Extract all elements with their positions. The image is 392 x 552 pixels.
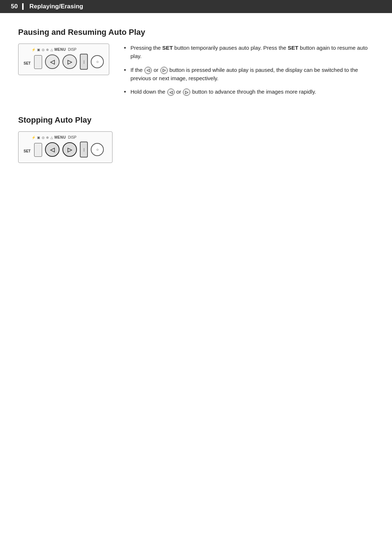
tall-icon: | <box>83 60 85 64</box>
set-button-2[interactable] <box>34 143 42 157</box>
next-inline-btn-2: ▷ <box>183 89 190 96</box>
rec-icon: ▣ <box>37 48 40 52</box>
star-icon: ⊛ <box>46 48 49 52</box>
camera-diagram-pausing: ⚡ ▣ ◎ ⊛ △ MENU DISP SET ◁ ▷ | <box>18 44 109 75</box>
circle-icon-btn-2: ○ <box>96 147 99 152</box>
next-icon-2: ▷ <box>68 146 72 153</box>
menu-label: MENU <box>54 48 66 52</box>
next-button-2[interactable]: ▷ <box>62 142 77 157</box>
prev-inline-btn-2: ◁ <box>167 89 175 96</box>
page-number: 50 <box>11 3 18 10</box>
set-bold-1: SET <box>162 45 173 51</box>
header-divider <box>22 3 24 10</box>
next-inline-btn: ▷ <box>160 67 168 74</box>
prev-inline-btn: ◁ <box>144 67 152 74</box>
menu-label-2: MENU <box>54 135 66 139</box>
bullet-item-3: Hold down the ◁ or ▷ button to advance t… <box>124 87 374 96</box>
cam-buttons-row-2: SET ◁ ▷ | ○ <box>24 142 107 158</box>
prev-icon: ◁ <box>50 58 54 65</box>
header-title: Replaying/Erasing <box>29 3 83 10</box>
set-button[interactable] <box>34 55 42 69</box>
prev-button[interactable]: ◁ <box>45 54 60 69</box>
cam-icons-row-top-2: ⚡ ▣ ◎ ⊛ △ MENU DISP <box>24 135 107 139</box>
tall-button-2[interactable]: | <box>80 142 88 158</box>
circle-icon-btn: ○ <box>96 60 99 64</box>
header-bar: 50 Replaying/Erasing <box>0 0 392 13</box>
tall-icon-2: | <box>83 147 85 152</box>
set-label: SET <box>24 61 30 65</box>
prev-icon-2: ◁ <box>50 146 54 153</box>
cam-buttons-row: SET ◁ ▷ | ○ <box>24 54 104 70</box>
camera-diagram-stopping: ⚡ ▣ ◎ ⊛ △ MENU DISP SET ◁ ▷ | <box>18 131 113 163</box>
bullet-item-1: Pressing the SET button temporarily paus… <box>124 44 374 61</box>
set-label-2: SET <box>24 149 30 153</box>
circle-button-2[interactable]: ○ <box>91 143 104 156</box>
stopping-section: Stopping Auto Play ⚡ ▣ ◎ ⊛ △ MENU DISP S… <box>18 115 374 163</box>
next-icon: ▷ <box>68 58 72 65</box>
tri-icon: △ <box>50 48 53 52</box>
circle-button[interactable]: ○ <box>91 55 104 68</box>
circle-icon: ◎ <box>42 48 45 52</box>
next-button[interactable]: ▷ <box>62 54 77 69</box>
disp-label: DISP <box>68 48 76 52</box>
flash-icon-2: ⚡ <box>32 136 36 139</box>
tri-icon-2: △ <box>50 136 53 139</box>
flash-icon: ⚡ <box>32 48 36 52</box>
main-content: Pausing and Resuming Auto Play ⚡ ▣ ◎ ⊛ △… <box>0 13 392 174</box>
pausing-section-block: ⚡ ▣ ◎ ⊛ △ MENU DISP SET ◁ ▷ | <box>18 44 374 101</box>
bullet-item-2: If the ◁ or ▷ button is pressed while au… <box>124 66 374 83</box>
stopping-section-title: Stopping Auto Play <box>18 115 374 125</box>
disp-label-2: DISP <box>68 135 76 139</box>
pausing-section-title: Pausing and Resuming Auto Play <box>18 28 374 37</box>
tall-button[interactable]: | <box>80 54 88 70</box>
star-icon-2: ⊛ <box>46 136 49 139</box>
cam-icons-row-top: ⚡ ▣ ◎ ⊛ △ MENU DISP <box>24 48 104 52</box>
pausing-bullet-list: Pressing the SET button temporarily paus… <box>124 44 374 101</box>
rec-icon-2: ▣ <box>37 136 40 139</box>
circle-icon-2: ◎ <box>42 136 45 139</box>
set-bold-2: SET <box>288 45 298 51</box>
prev-button-2[interactable]: ◁ <box>45 142 60 157</box>
